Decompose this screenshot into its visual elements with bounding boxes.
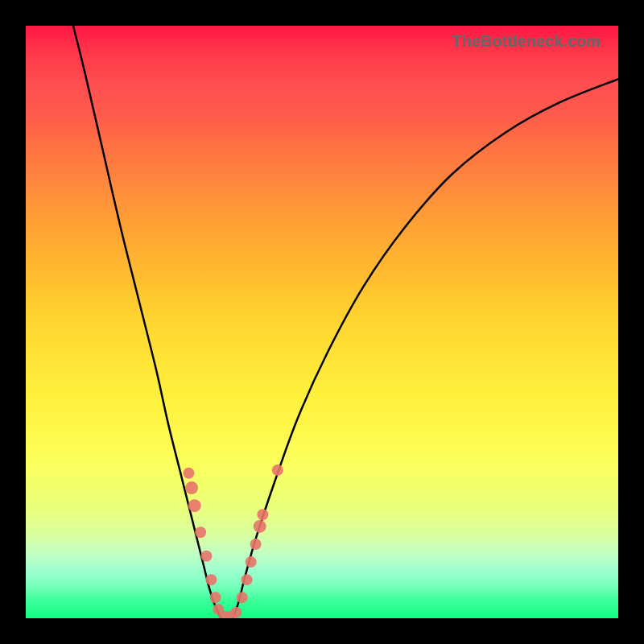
data-marker [254,520,266,533]
data-marker [257,509,268,520]
chart-svg [26,26,618,618]
data-marker [242,574,253,585]
data-marker [230,607,242,618]
data-marker [272,464,283,476]
watermark-text: TheBottleneck.com [452,32,601,51]
data-marker [185,481,198,494]
bottleneck-left-curve [73,26,221,618]
data-marker [213,604,224,615]
data-marker [200,551,212,562]
data-marker [225,611,236,618]
data-marker [183,468,194,479]
data-marker [188,499,201,512]
data-marker [205,574,217,585]
bottleneck-right-curve [233,79,618,618]
data-marker [250,539,262,550]
chart-gradient-area: TheBottleneck.com [26,26,618,618]
data-marker [246,556,257,568]
data-marker [195,526,206,538]
chart-container: TheBottleneck.com [0,0,644,644]
data-marker [237,592,248,603]
data-marker [219,611,230,618]
data-marker [210,592,221,603]
markers-group [183,464,283,618]
